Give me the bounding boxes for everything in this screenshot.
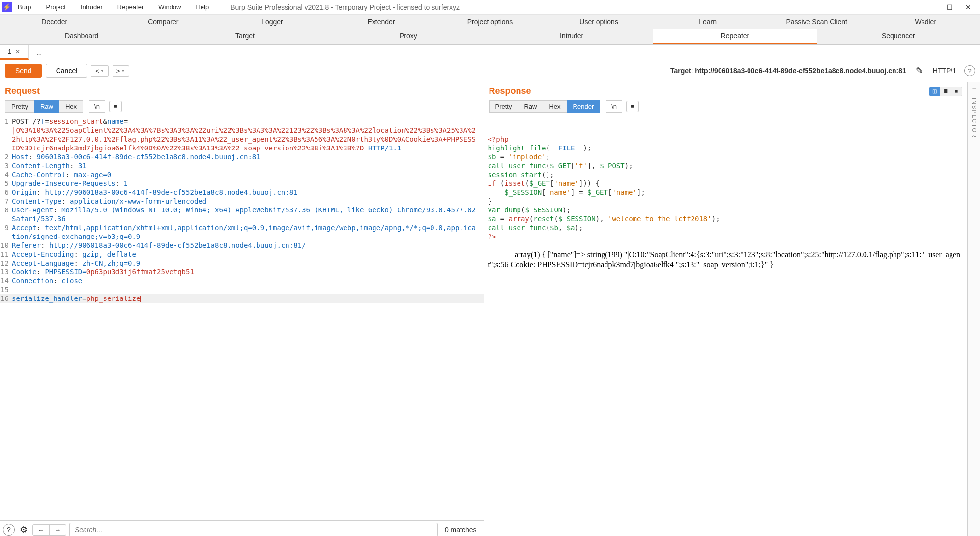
search-nav-arrows: ← →: [32, 524, 66, 536]
inspector-rail[interactable]: ≡ INSPECTOR: [967, 82, 980, 536]
maximize-icon[interactable]: ☐: [944, 3, 955, 11]
close-tab-icon[interactable]: ✕: [15, 48, 20, 55]
window-controls: — ☐ ✕: [925, 3, 978, 11]
editor-panes: Request Pretty Raw Hex \n ≡ 1POST /?f=se…: [0, 82, 980, 536]
close-icon[interactable]: ✕: [962, 3, 974, 11]
request-fmt-pretty[interactable]: Pretty: [5, 100, 34, 113]
tab-proxy[interactable]: Proxy: [327, 29, 490, 44]
tab-comparer[interactable]: Comparer: [109, 15, 218, 29]
subtab-label: 1: [8, 48, 11, 55]
menu-repeater[interactable]: Repeater: [115, 2, 145, 12]
request-pane-header: Request: [0, 82, 484, 98]
response-output-text: array(1) { ["name"]=> string(199) "|O:10…: [488, 250, 960, 268]
menu-project[interactable]: Project: [44, 2, 67, 12]
titlebar: ⚡ Burp Project Intruder Repeater Window …: [0, 0, 980, 15]
tab-logger[interactable]: Logger: [218, 15, 327, 29]
response-pane: Response ◫ ≣ ■ Pretty Raw Hex Render \n …: [484, 82, 968, 536]
request-pane: Request Pretty Raw Hex \n ≡ 1POST /?f=se…: [0, 82, 484, 536]
target-label: Target: http://906018a3-00c6-414f-89de-c…: [133, 67, 910, 75]
request-search-bar: ? ⚙ ← → 0 matches: [0, 520, 484, 536]
history-forward-group: >▼: [113, 65, 130, 77]
tab-decoder[interactable]: Decoder: [0, 15, 109, 29]
response-code-block: <?phphighlight_file(__FILE__);$b = 'impl…: [488, 135, 964, 241]
tab-wsdler[interactable]: Wsdler: [871, 15, 980, 29]
layout-single-icon[interactable]: ■: [951, 87, 962, 96]
search-matches: 0 matches: [441, 526, 481, 534]
request-menu-icon[interactable]: ≡: [109, 101, 122, 112]
response-newline-toggle[interactable]: \n: [606, 100, 622, 113]
request-editor[interactable]: 1POST /?f=session_start&name=|O%3A10%3A%…: [0, 115, 484, 520]
response-menu-icon[interactable]: ≡: [626, 101, 639, 112]
chevron-down-icon: ▼: [100, 69, 104, 73]
response-body[interactable]: <?phphighlight_file(__FILE__);$b = 'impl…: [484, 115, 968, 536]
response-pane-header: Response ◫ ≣ ■: [484, 82, 968, 98]
request-format-tabs: Pretty Raw Hex \n ≡: [0, 98, 484, 115]
repeater-subtabs: 1 ✕ ...: [0, 45, 980, 60]
search-next-icon[interactable]: →: [50, 525, 66, 535]
response-fmt-render[interactable]: Render: [567, 100, 601, 113]
tab-passive-scan-client[interactable]: Passive Scan Client: [762, 15, 871, 29]
menu-window[interactable]: Window: [156, 2, 183, 12]
menu-help[interactable]: Help: [194, 2, 211, 12]
repeater-subtab-1[interactable]: 1 ✕: [0, 45, 29, 60]
tab-intruder[interactable]: Intruder: [490, 29, 653, 44]
tab-sequencer[interactable]: Sequencer: [817, 29, 980, 44]
layout-stack-icon[interactable]: ≣: [940, 87, 951, 96]
response-title: Response: [489, 86, 531, 96]
menu-bar: Burp Project Intruder Repeater Window He…: [16, 2, 211, 12]
tab-repeater[interactable]: Repeater: [653, 29, 816, 44]
edit-target-icon[interactable]: ✎: [914, 65, 925, 76]
tool-tabs-row1: Decoder Comparer Logger Extender Project…: [0, 15, 980, 29]
layout-toggle: ◫ ≣ ■: [929, 87, 962, 96]
menu-intruder[interactable]: Intruder: [79, 2, 105, 12]
help-icon[interactable]: ?: [964, 65, 975, 76]
chevron-down-icon: ▼: [121, 69, 125, 73]
tab-target[interactable]: Target: [163, 29, 326, 44]
history-back-group: <▼: [91, 65, 109, 77]
history-forward-button[interactable]: >▼: [113, 65, 130, 77]
history-back-button[interactable]: <▼: [91, 65, 109, 77]
request-newline-toggle[interactable]: \n: [89, 100, 105, 113]
window-title: Burp Suite Professional v2021.8 - Tempor…: [211, 3, 925, 11]
action-bar: Send Cancel <▼ >▼ Target: http://906018a…: [0, 60, 980, 82]
minimize-icon[interactable]: —: [925, 3, 937, 11]
inspector-label: INSPECTOR: [971, 98, 977, 138]
app-icon: ⚡: [2, 2, 12, 12]
gear-icon[interactable]: ⚙: [18, 524, 29, 536]
tab-project-options[interactable]: Project options: [435, 15, 545, 29]
tab-extender[interactable]: Extender: [327, 15, 436, 29]
help-small-icon[interactable]: ?: [3, 524, 15, 536]
tool-tabs-row2: Dashboard Target Proxy Intruder Repeater…: [0, 29, 980, 45]
tab-user-options[interactable]: User options: [545, 15, 654, 29]
response-fmt-hex[interactable]: Hex: [543, 100, 567, 113]
response-fmt-pretty[interactable]: Pretty: [489, 100, 519, 113]
request-fmt-raw[interactable]: Raw: [34, 100, 59, 113]
send-button[interactable]: Send: [5, 64, 42, 78]
inspector-burger-icon[interactable]: ≡: [972, 85, 976, 93]
tab-dashboard[interactable]: Dashboard: [0, 29, 163, 44]
tab-learn[interactable]: Learn: [653, 15, 762, 29]
response-format-tabs: Pretty Raw Hex Render \n ≡: [484, 98, 968, 115]
http-version-label[interactable]: HTTP/1: [929, 67, 960, 75]
menu-burp[interactable]: Burp: [16, 2, 33, 12]
cancel-button[interactable]: Cancel: [46, 64, 88, 78]
subtab-ellipsis: ...: [36, 49, 42, 56]
layout-split-icon[interactable]: ◫: [929, 87, 940, 96]
repeater-subtab-new[interactable]: ...: [29, 45, 50, 60]
search-prev-icon[interactable]: ←: [33, 525, 50, 535]
request-fmt-hex[interactable]: Hex: [59, 100, 83, 113]
request-title: Request: [5, 86, 40, 96]
response-fmt-raw[interactable]: Raw: [518, 100, 543, 113]
search-input[interactable]: [69, 523, 438, 536]
